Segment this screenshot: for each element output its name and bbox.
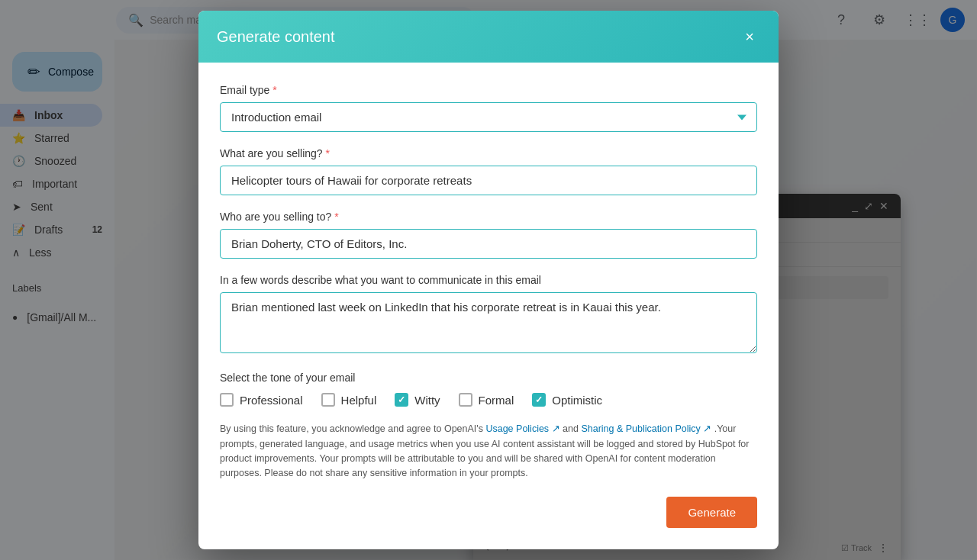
tone-professional[interactable]: Professional bbox=[220, 393, 303, 407]
selling-to-input[interactable] bbox=[220, 229, 757, 259]
tone-witty[interactable]: Witty bbox=[395, 393, 440, 407]
email-type-group: Email type * Introduction email Follow-u… bbox=[220, 84, 757, 132]
email-type-label: Email type * bbox=[220, 84, 757, 96]
selling-to-label: Who are you selling to? * bbox=[220, 211, 757, 223]
optimistic-checkbox[interactable] bbox=[532, 393, 546, 407]
email-type-select[interactable]: Introduction email Follow-up email Cold … bbox=[220, 102, 757, 132]
modal-footer: Generate bbox=[220, 497, 757, 531]
email-type-select-wrapper: Introduction email Follow-up email Cold … bbox=[220, 102, 757, 132]
generate-button[interactable]: Generate bbox=[666, 497, 757, 528]
witty-label: Witty bbox=[414, 394, 440, 407]
modal-body: Email type * Introduction email Follow-u… bbox=[198, 63, 779, 549]
close-icon: × bbox=[745, 28, 754, 46]
generate-content-modal: Generate content × Email type * Introduc… bbox=[198, 11, 779, 549]
helpful-checkbox[interactable] bbox=[321, 393, 335, 407]
modal-header: Generate content × bbox=[198, 11, 779, 63]
modal-title: Generate content bbox=[217, 28, 335, 46]
selling-group: What are you selling? * bbox=[220, 147, 757, 195]
tone-label: Select the tone of your email bbox=[220, 372, 757, 384]
tone-optimistic[interactable]: Optimistic bbox=[532, 393, 602, 407]
formal-checkbox[interactable] bbox=[459, 393, 472, 407]
tone-group: Select the tone of your email Profession… bbox=[220, 372, 757, 407]
disclaimer-text: By using this feature, you acknowledge a… bbox=[220, 422, 757, 481]
tone-formal[interactable]: Formal bbox=[459, 393, 514, 407]
communicate-label: In a few words describe what you want to… bbox=[220, 274, 757, 286]
optimistic-label: Optimistic bbox=[552, 394, 602, 407]
helpful-label: Helpful bbox=[341, 394, 377, 407]
selling-label: What are you selling? * bbox=[220, 147, 757, 159]
formal-label: Formal bbox=[479, 394, 514, 407]
communicate-group: In a few words describe what you want to… bbox=[220, 274, 757, 356]
witty-checkbox[interactable] bbox=[395, 393, 408, 407]
tone-options: Professional Helpful Witty Formal bbox=[220, 393, 757, 407]
modal-close-button[interactable]: × bbox=[739, 26, 760, 47]
communicate-textarea[interactable]: Brian mentioned last week on LinkedIn th… bbox=[220, 292, 757, 353]
modal-overlay: Generate content × Email type * Introduc… bbox=[0, 0, 977, 560]
professional-label: Professional bbox=[240, 394, 303, 407]
selling-to-group: Who are you selling to? * bbox=[220, 211, 757, 259]
professional-checkbox[interactable] bbox=[220, 393, 234, 407]
sharing-policy-link[interactable]: Sharing & Publication Policy ↗ bbox=[581, 423, 711, 434]
usage-policies-link[interactable]: Usage Policies ↗ bbox=[485, 423, 559, 434]
selling-input[interactable] bbox=[220, 166, 757, 195]
tone-helpful[interactable]: Helpful bbox=[321, 393, 377, 407]
